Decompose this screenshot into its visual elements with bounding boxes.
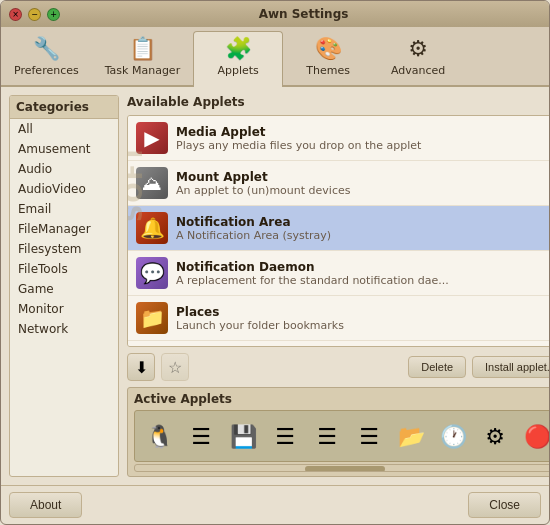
mount-applet-name: Mount Applet: [176, 170, 549, 184]
close-window-button[interactable]: ×: [9, 8, 22, 21]
tab-bar: 🔧 Preferences 📋 Task Manager 🧩 Applets 🎨…: [1, 27, 549, 87]
task-manager-tab-icon: 📋: [129, 38, 156, 60]
sidebar-item-filetools[interactable]: FileTools: [10, 259, 118, 279]
scrollbar-thumb: [305, 466, 385, 472]
sidebar-item-monitor[interactable]: Monitor: [10, 299, 118, 319]
sidebar-item-filemanager[interactable]: FileManager: [10, 219, 118, 239]
notification-daemon-icon: 💬: [136, 257, 168, 289]
close-button[interactable]: Close: [468, 492, 541, 518]
sidebar-item-audio[interactable]: Audio: [10, 159, 118, 179]
media-applet-name: Media Applet: [176, 125, 549, 139]
applet-item-places[interactable]: 📁 Places Launch your folder bookmarks: [128, 296, 549, 341]
active-icon-menu4[interactable]: ☰: [351, 418, 387, 454]
tab-advanced[interactable]: ⚙ Advanced: [373, 31, 463, 85]
tab-themes[interactable]: 🎨 Themes: [283, 31, 373, 85]
applet-item-mount[interactable]: ⛰ Mount Applet An applet to (un)mount de…: [128, 161, 549, 206]
applets-tab-label: Applets: [217, 64, 258, 77]
title-bar: × − + Awn Settings: [1, 1, 549, 27]
places-applet-desc: Launch your folder bookmarks: [176, 319, 549, 332]
sidebar-item-game[interactable]: Game: [10, 279, 118, 299]
active-icon-menu3[interactable]: ☰: [309, 418, 345, 454]
sidebar-item-audiovideo[interactable]: AudioVideo: [10, 179, 118, 199]
main-window: × − + Awn Settings 🔧 Preferences 📋 Task …: [0, 0, 550, 525]
sidebar-item-amusement[interactable]: Amusement: [10, 139, 118, 159]
minimize-window-button[interactable]: −: [28, 8, 41, 21]
sidebar-item-filesystem[interactable]: Filesystem: [10, 239, 118, 259]
install-applet-button[interactable]: Install applet...: [472, 356, 549, 378]
applet-item-notification-area[interactable]: 🔔 Notification Area A Notification Area …: [128, 206, 549, 251]
move-up-button[interactable]: ☆: [161, 353, 189, 381]
applet-item-media[interactable]: ▶ Media Applet Plays any media files you…: [128, 116, 549, 161]
active-applets-scrollbar[interactable]: [134, 464, 549, 472]
sidebar-item-email[interactable]: Email: [10, 199, 118, 219]
mount-applet-desc: An applet to (un)mount devices: [176, 184, 549, 197]
advanced-tab-icon: ⚙: [408, 38, 428, 60]
active-applets-section: Active Applets 🐧 ☰ 💾 ☰ ☰ ☰ 📂 🕐 ⚙ 🔴: [127, 387, 549, 477]
themes-tab-icon: 🎨: [315, 38, 342, 60]
active-icon-save[interactable]: 💾: [225, 418, 261, 454]
applet-item-notification-daemon[interactable]: 💬 Notification Daemon A replacement for …: [128, 251, 549, 296]
active-applets-bar: 🐧 ☰ 💾 ☰ ☰ ☰ 📂 🕐 ⚙ 🔴: [134, 410, 549, 462]
tab-task-manager[interactable]: 📋 Task Manager: [92, 31, 193, 85]
categories-sidebar: Categories All Amusement Audio AudioVide…: [9, 95, 119, 477]
mount-applet-text: Mount Applet An applet to (un)mount devi…: [176, 170, 549, 197]
media-applet-text: Media Applet Plays any media files you d…: [176, 125, 549, 152]
maximize-window-button[interactable]: +: [47, 8, 60, 21]
window-title: Awn Settings: [66, 7, 541, 21]
preferences-tab-label: Preferences: [14, 64, 79, 77]
applets-list[interactable]: SOFT ▶ Media Applet Plays any media file…: [127, 115, 549, 347]
active-icon-clock[interactable]: 🕐: [435, 418, 471, 454]
media-applet-desc: Plays any media files you drop on the ap…: [176, 139, 549, 152]
sidebar-item-all[interactable]: All: [10, 119, 118, 139]
themes-tab-label: Themes: [306, 64, 350, 77]
places-applet-name: Places: [176, 305, 549, 319]
notification-daemon-name: Notification Daemon: [176, 260, 549, 274]
task-manager-tab-label: Task Manager: [105, 64, 180, 77]
applets-panel: Available Applets SOFT ▶ Media Applet Pl…: [127, 95, 549, 477]
applets-tab-icon: 🧩: [225, 38, 252, 60]
tab-preferences[interactable]: 🔧 Preferences: [1, 31, 92, 85]
footer: About Close: [1, 485, 549, 524]
notification-area-name: Notification Area: [176, 215, 549, 229]
sidebar-item-network[interactable]: Network: [10, 319, 118, 339]
active-icon-menu1[interactable]: ☰: [183, 418, 219, 454]
notification-area-icon: 🔔: [136, 212, 168, 244]
places-applet-text: Places Launch your folder bookmarks: [176, 305, 549, 332]
preferences-tab-icon: 🔧: [33, 38, 60, 60]
applets-toolbar: ⬇ ☆ Delete Install applet...: [127, 353, 549, 381]
available-applets-header: Available Applets: [127, 95, 549, 109]
notification-daemon-text: Notification Daemon A replacement for th…: [176, 260, 549, 287]
active-icon-folder[interactable]: 📂: [393, 418, 429, 454]
active-icon-notif[interactable]: 🔴: [519, 418, 549, 454]
tab-applets[interactable]: 🧩 Applets: [193, 31, 283, 87]
active-icon-settings[interactable]: ⚙: [477, 418, 513, 454]
notification-daemon-desc: A replacement for the standard notificat…: [176, 274, 549, 287]
delete-button[interactable]: Delete: [408, 356, 466, 378]
applet-item-preferences[interactable]: 🔧 Preferences applet Applet used to cont…: [128, 341, 549, 347]
active-icon-ubuntu[interactable]: 🐧: [141, 418, 177, 454]
content-area: Categories All Amusement Audio AudioVide…: [1, 87, 549, 485]
notification-area-desc: A Notification Area (systray): [176, 229, 549, 242]
places-applet-icon: 📁: [136, 302, 168, 334]
mount-applet-icon: ⛰: [136, 167, 168, 199]
move-down-button[interactable]: ⬇: [127, 353, 155, 381]
notification-area-text: Notification Area A Notification Area (s…: [176, 215, 549, 242]
categories-header: Categories: [10, 96, 118, 119]
media-applet-icon: ▶: [136, 122, 168, 154]
advanced-tab-label: Advanced: [391, 64, 445, 77]
active-icon-menu2[interactable]: ☰: [267, 418, 303, 454]
about-button[interactable]: About: [9, 492, 82, 518]
active-applets-header: Active Applets: [134, 392, 549, 406]
